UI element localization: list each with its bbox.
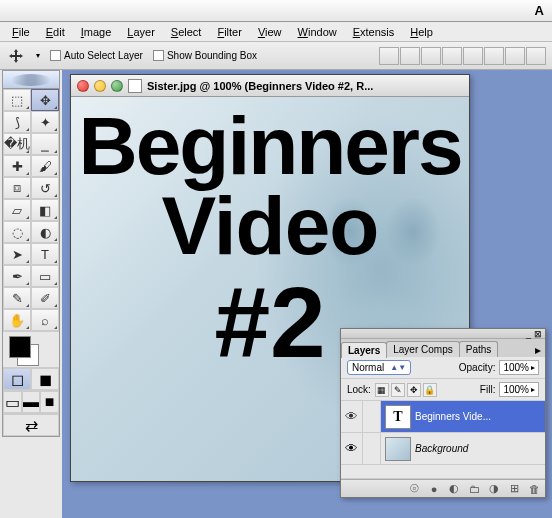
layer-style-button[interactable]: ● [427, 482, 441, 496]
screen-mode-3-button[interactable]: ■ [40, 391, 59, 413]
visibility-toggle[interactable]: 👁 [341, 433, 363, 464]
document-titlebar[interactable]: Sister.jpg @ 100% (Beginners Video #2, R… [71, 75, 469, 97]
toolbox-header[interactable] [3, 71, 59, 89]
panel-titlebar[interactable]: _ ⊠ [341, 329, 545, 339]
slice-tool[interactable]: ⎯ [31, 133, 59, 155]
link-layers-button[interactable]: ⦾ [407, 482, 421, 496]
align-left-button[interactable] [442, 47, 462, 65]
align-bottom-button[interactable] [421, 47, 441, 65]
lock-label: Lock: [347, 384, 371, 395]
tab-layers[interactable]: Layers [341, 342, 387, 358]
panel-close-icon[interactable]: ⊠ [534, 329, 542, 339]
align-vcenter-button[interactable] [400, 47, 420, 65]
layers-panel: _ ⊠ Layers Layer Comps Paths ▸ Normal ▲▼… [340, 328, 546, 498]
layer-list: 👁TBeginners Vide...👁Background [341, 401, 545, 465]
chevron-icon: ▸ [531, 363, 535, 372]
menu-help[interactable]: Help [404, 24, 439, 40]
menu-view[interactable]: View [252, 24, 288, 40]
lock-position-button[interactable]: ✥ [407, 383, 421, 397]
menu-extensis[interactable]: Extensis [347, 24, 401, 40]
layer-row[interactable]: 👁Background [341, 433, 545, 465]
align-right-button[interactable] [484, 47, 504, 65]
screen-mode-1-button[interactable]: ▭ [3, 391, 22, 413]
layer-mask-button[interactable]: ◐ [447, 482, 461, 496]
align-hcenter-button[interactable] [463, 47, 483, 65]
layer-thumbnail[interactable] [385, 437, 411, 461]
panel-tabs: Layers Layer Comps Paths ▸ [341, 339, 545, 357]
ps-logo-icon [11, 74, 51, 86]
lasso-tool[interactable]: ⟆ [3, 111, 31, 133]
marquee-rect-tool[interactable]: ⬚ [3, 89, 31, 111]
zoom-icon[interactable] [111, 80, 123, 92]
zoom-tool[interactable]: ⌕ [31, 309, 59, 331]
magic-wand-tool[interactable]: ✦ [31, 111, 59, 133]
pen-tool[interactable]: ✒ [3, 265, 31, 287]
shape-tool[interactable]: ▭ [31, 265, 59, 287]
path-select-tool[interactable]: ➤ [3, 243, 31, 265]
link-col[interactable] [363, 433, 381, 464]
show-bbox-checkbox[interactable]: Show Bounding Box [153, 50, 257, 62]
minimize-icon[interactable] [94, 80, 106, 92]
opacity-value: 100% [503, 362, 529, 373]
history-brush-tool[interactable]: ↺ [31, 177, 59, 199]
gradient-tool[interactable]: ◧ [31, 199, 59, 221]
standard-mode-button[interactable]: ◻ [3, 368, 31, 390]
lock-pixels-button[interactable]: ✎ [391, 383, 405, 397]
app-menubar: FileEditImageLayerSelectFilterViewWindow… [0, 22, 552, 42]
lock-transparency-button[interactable]: ▦ [375, 383, 389, 397]
eyedropper-tool[interactable]: ✐ [31, 287, 59, 309]
tab-paths[interactable]: Paths [459, 341, 499, 357]
layer-thumbnail[interactable]: T [385, 405, 411, 429]
align-buttons [379, 47, 546, 65]
menu-window[interactable]: Window [292, 24, 343, 40]
menu-image[interactable]: Image [75, 24, 118, 40]
fill-label: Fill: [480, 384, 496, 395]
delete-layer-button[interactable]: 🗑 [527, 482, 541, 496]
adjustment-layer-button[interactable]: ◑ [487, 482, 501, 496]
new-layer-button[interactable]: ⊞ [507, 482, 521, 496]
menu-edit[interactable]: Edit [40, 24, 71, 40]
distribute-button-1[interactable] [505, 47, 525, 65]
distribute-button-2[interactable] [526, 47, 546, 65]
quickmask-mode-button[interactable]: ◼ [31, 368, 59, 390]
blend-mode-select[interactable]: Normal ▲▼ [347, 360, 411, 375]
move-tool-icon[interactable] [6, 46, 26, 66]
brush-tool[interactable]: 🖌 [31, 155, 59, 177]
hand-tool[interactable]: ✋ [3, 309, 31, 331]
panel-menu-icon[interactable]: ▸ [531, 343, 545, 357]
healing-tool[interactable]: ✚ [3, 155, 31, 177]
tool-dropdown-icon[interactable]: ▾ [36, 51, 40, 60]
blur-tool[interactable]: ◌ [3, 221, 31, 243]
menu-layer[interactable]: Layer [121, 24, 161, 40]
screen-mode-2-button[interactable]: ▬ [22, 391, 41, 413]
lock-all-button[interactable]: 🔒 [423, 383, 437, 397]
mac-menubar: A [0, 0, 552, 22]
dodge-tool[interactable]: ◐ [31, 221, 59, 243]
layers-empty [341, 465, 545, 479]
tab-layer-comps[interactable]: Layer Comps [386, 341, 459, 357]
document-icon [128, 79, 142, 93]
close-icon[interactable] [77, 80, 89, 92]
panel-minimize-icon[interactable]: _ [526, 329, 531, 339]
crop-tool[interactable]: �机 [3, 133, 31, 155]
layer-row[interactable]: 👁TBeginners Vide... [341, 401, 545, 433]
menu-file[interactable]: File [6, 24, 36, 40]
show-bbox-label: Show Bounding Box [167, 50, 257, 61]
auto-select-checkbox[interactable]: Auto Select Layer [50, 50, 143, 62]
align-top-button[interactable] [379, 47, 399, 65]
link-col[interactable] [363, 401, 381, 432]
eraser-tool[interactable]: ▱ [3, 199, 31, 221]
type-tool[interactable]: T [31, 243, 59, 265]
new-group-button[interactable]: 🗀 [467, 482, 481, 496]
move-tool[interactable]: ✥ [31, 89, 59, 111]
notes-tool[interactable]: ✎ [3, 287, 31, 309]
jump-to-button[interactable]: ⇄ [3, 414, 59, 436]
menu-select[interactable]: Select [165, 24, 208, 40]
stamp-tool[interactable]: ⧈ [3, 177, 31, 199]
chevron-icon: ▸ [531, 385, 535, 394]
visibility-toggle[interactable]: 👁 [341, 401, 363, 432]
fill-input[interactable]: 100%▸ [499, 382, 539, 397]
foreground-color-swatch[interactable] [9, 336, 31, 358]
opacity-input[interactable]: 100%▸ [499, 360, 539, 375]
menu-filter[interactable]: Filter [211, 24, 247, 40]
